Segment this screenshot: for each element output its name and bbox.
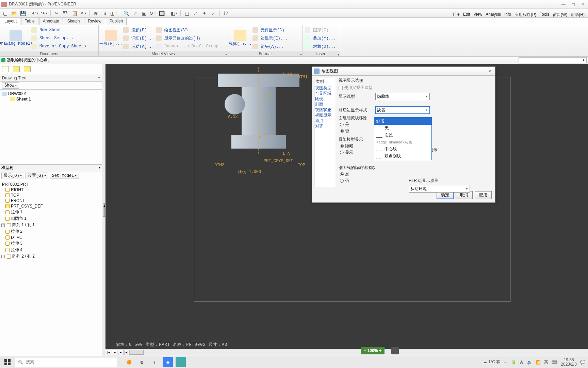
cortana-icon[interactable]: 🟠 xyxy=(124,357,134,367)
redo-icon[interactable]: ↷ xyxy=(40,10,48,17)
undo-icon[interactable]: ↶ xyxy=(32,10,39,17)
filter-combo[interactable]: ▼ xyxy=(519,57,587,63)
projection-button[interactable]: 投影(P)... xyxy=(123,26,154,34)
drop-phantom[interactable]: 双点划线 xyxy=(374,153,431,160)
weather-widget[interactable]: ☁ 1°C 雾 xyxy=(483,359,500,365)
datum-axis-icon[interactable]: ⟋ xyxy=(192,10,199,17)
show-modified-edges-button[interactable]: 显示已修改的边(H) xyxy=(156,34,218,42)
tray-battery-icon[interactable]: 🔋 xyxy=(511,360,516,365)
edge-display-button[interactable]: 边显示(E)... xyxy=(252,34,292,42)
menu-tools[interactable]: Tools xyxy=(540,12,549,18)
tab-layout[interactable]: Layout xyxy=(1,18,20,25)
apply-button[interactable]: 应用 xyxy=(475,191,492,199)
expand-icon[interactable]: + xyxy=(1,224,5,227)
zoomwin-icon[interactable]: 🔲 xyxy=(158,10,165,17)
menu-app[interactable]: 应用程序(P) xyxy=(514,12,536,18)
auxiliary-button[interactable]: 辅助(A)... xyxy=(123,42,154,50)
cat-viewdisplay[interactable]: 视图显示 xyxy=(314,112,335,118)
tab-publish[interactable]: Publish xyxy=(106,18,127,25)
cat-viewtype[interactable]: 视图类型 xyxy=(314,85,335,91)
category-list[interactable]: 类别 视图类型 可见区域 比例 剖面 视图状态 视图显示 原点 对齐 xyxy=(314,78,335,187)
nav-tab-3[interactable] xyxy=(24,66,31,72)
app-1-icon[interactable]: ◆ xyxy=(163,357,173,367)
open-icon[interactable]: 📂 xyxy=(10,10,18,17)
maximize-button[interactable]: ◻ xyxy=(572,2,575,7)
menu-file[interactable]: File xyxy=(453,12,459,18)
mt-show-button[interactable]: 显示(O) xyxy=(1,172,24,179)
notifications-icon[interactable]: 💬 xyxy=(580,360,585,365)
tree-icon[interactable]: ⁝⁝ xyxy=(101,10,109,17)
nav-tab-1[interactable] xyxy=(2,66,9,72)
datum-point-icon[interactable]: ✦ xyxy=(201,10,208,17)
tray-network-icon[interactable]: 🖧 xyxy=(520,360,524,365)
zoom-icon[interactable]: ⤢ xyxy=(131,10,139,17)
menu-help[interactable]: 帮助(H) xyxy=(571,12,585,18)
new-icon[interactable]: ▢ xyxy=(1,10,9,17)
clock[interactable]: 19:38 2023/2/8 xyxy=(561,358,577,367)
paste-icon[interactable]: 📋 xyxy=(71,10,78,17)
ime-indicator[interactable]: 英 xyxy=(544,359,548,365)
tab-annotate[interactable]: Annotate xyxy=(39,18,63,25)
menu-edit[interactable]: Edit xyxy=(463,12,470,18)
cat-origin[interactable]: 原点 xyxy=(314,118,335,123)
zoom-indicator[interactable]: 100% xyxy=(361,347,385,354)
help-icon[interactable]: ℹ? xyxy=(222,10,230,17)
drop-centerline[interactable]: 中心线 xyxy=(374,145,431,153)
menu-info[interactable]: Info xyxy=(504,12,511,18)
tangent-edge-dropdown[interactable]: 缺省 无 实线 <edge_dimmed>灰色 中心线 双点划线 xyxy=(374,117,432,160)
expand-icon[interactable]: + xyxy=(1,255,5,258)
tab-review[interactable]: Review xyxy=(84,18,105,25)
close-button[interactable]: ✕ xyxy=(581,2,585,7)
object-button[interactable]: 对象(O)... xyxy=(305,42,338,50)
dialog-close-icon[interactable]: ✕ xyxy=(486,69,493,74)
refresh-icon[interactable]: ↻ xyxy=(149,10,157,17)
component-display-button[interactable]: 元件显示(C)... xyxy=(252,26,292,34)
view-icon[interactable]: ◧ xyxy=(170,10,178,17)
tab-table[interactable]: Table xyxy=(21,18,38,25)
select-icon[interactable]: ◫ xyxy=(110,10,117,17)
tray-wifi-icon[interactable]: 📶 xyxy=(536,360,541,365)
app-2-icon[interactable] xyxy=(176,357,186,367)
drop-none[interactable]: 无 xyxy=(374,125,431,132)
model-tree[interactable]: PRT0002.PRT RIGHT TOP FRONT PRT_CSYS_DEF… xyxy=(0,180,102,356)
sheet-setup-button[interactable]: Sheet Setup... xyxy=(31,34,86,42)
cut-icon[interactable]: ✂ xyxy=(53,10,61,17)
mt-setmodel-button[interactable]: Set Model xyxy=(50,173,79,179)
cat-visible[interactable]: 可见区域 xyxy=(314,91,335,96)
overlay-button[interactable]: 叠加(Y)... xyxy=(305,34,338,42)
line-style-button[interactable]: 线体(L)... xyxy=(230,26,250,50)
layers-icon[interactable]: ≋ xyxy=(92,10,100,17)
arrow-button[interactable]: 箭头(A)... xyxy=(252,42,292,50)
drop-solid[interactable]: 实线 xyxy=(374,132,431,139)
general-view-button[interactable]: 一般(E)... xyxy=(101,26,121,50)
drawing-view-button[interactable]: 绘图视图(V)... xyxy=(156,26,218,34)
save-icon[interactable]: 💾 xyxy=(19,10,27,17)
move-copy-sheets-button[interactable]: Move or Copy Sheets xyxy=(31,42,86,50)
fit-icon[interactable]: ▣ xyxy=(140,10,148,17)
display-style-combo[interactable]: 隐藏线▼ xyxy=(375,93,430,100)
tray-keyboard-icon[interactable]: ⌨ xyxy=(552,360,557,365)
cat-viewstate[interactable]: 视图状态 xyxy=(314,107,335,112)
drawing-models-button[interactable]: Drawing Models xyxy=(2,26,29,50)
tray-volume-icon[interactable]: 🔈 xyxy=(527,360,532,365)
drop-default[interactable]: 缺省 xyxy=(374,118,431,125)
datum-csys-icon[interactable]: ⟀ xyxy=(210,10,217,17)
cat-scale[interactable]: 比例 xyxy=(314,96,335,102)
delete-icon[interactable]: ✕ xyxy=(80,10,87,17)
tray-chevron-icon[interactable]: ︿ xyxy=(504,359,508,365)
show-menu[interactable]: Show xyxy=(2,82,19,89)
taskbar-search[interactable]: 🔍 搜索 xyxy=(15,357,117,367)
copy-icon[interactable]: ⿻ xyxy=(62,10,69,17)
find-icon[interactable]: 🔍 xyxy=(122,10,130,17)
menu-analysis[interactable]: Analysis xyxy=(486,12,501,18)
xsec-yes[interactable]: 是 xyxy=(339,171,492,177)
menu-view[interactable]: View xyxy=(473,12,482,18)
sheet-navigator[interactable]: |◂◂▸▸| xyxy=(105,349,588,356)
nav-tab-2[interactable] xyxy=(13,66,20,72)
hlr-quality-combo[interactable]: 从动环境▼ xyxy=(409,185,470,193)
tab-sketch[interactable]: Sketch xyxy=(64,18,84,25)
datum-plane-icon[interactable]: ◱ xyxy=(183,10,191,17)
splitter[interactable]: ◂ xyxy=(102,64,105,356)
taskview-icon[interactable]: ⧉ xyxy=(137,357,147,367)
start-button[interactable] xyxy=(0,356,15,368)
